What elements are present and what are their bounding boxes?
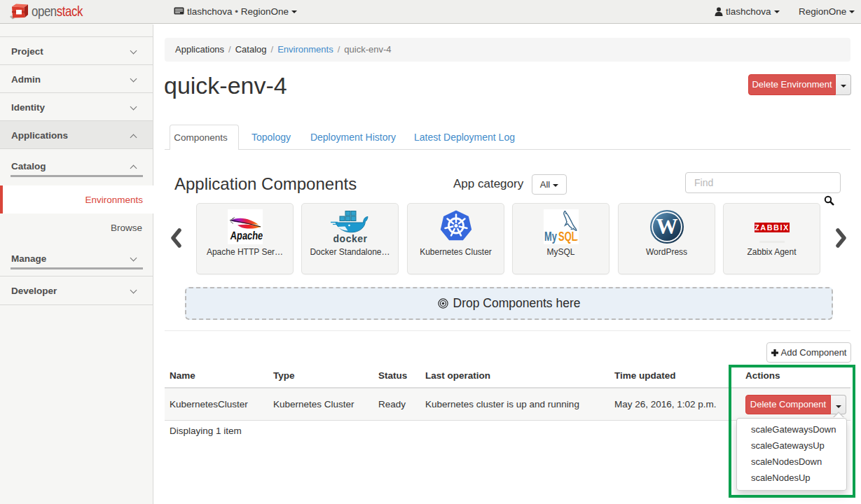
svg-text:SQL: SQL [558,228,577,243]
svg-text:W: W [656,214,677,239]
svg-text:Apache: Apache [229,229,262,241]
svg-text:My: My [544,228,557,243]
svg-text:docker: docker [333,233,367,244]
svg-text:ZABBIX: ZABBIX [755,223,790,232]
